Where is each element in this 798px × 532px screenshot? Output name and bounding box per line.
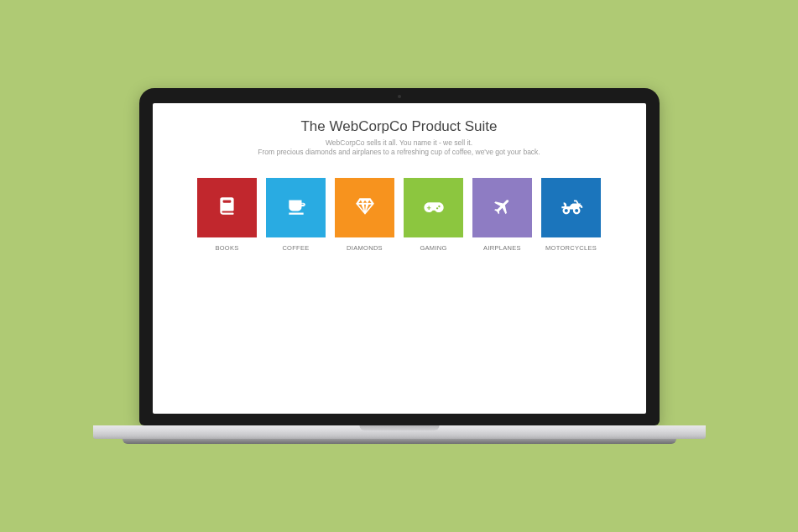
motorcycle-icon [560,195,583,222]
tile-item-coffee: COFFEE [266,178,326,252]
tile-motorcycles[interactable] [541,178,601,237]
tile-airplanes[interactable] [472,178,532,237]
tile-label: COFFEE [282,244,309,252]
laptop-lid: The WebCorpCo Product Suite WebCorpCo se… [139,88,660,425]
coffee-icon [285,196,307,221]
airplane-icon [493,196,513,220]
tile-diamonds[interactable] [335,178,394,237]
page-title: The WebCorpCo Product Suite [170,118,629,135]
product-tiles: BOOKS COFFEE [170,178,629,252]
tile-coffee[interactable] [266,178,326,237]
tile-books[interactable] [197,178,257,237]
page-subtitle-2: From precious diamonds and airplanes to … [170,148,629,156]
tile-label: MOTORCYCLES [545,244,597,252]
tile-gaming[interactable] [404,178,463,237]
tile-item-books: BOOKS [197,178,257,252]
laptop-mockup: The WebCorpCo Product Suite WebCorpCo se… [139,88,660,444]
laptop-base-bottom [123,439,676,444]
book-icon [216,196,238,221]
page-subtitle-1: WebCorpCo sells it all. You name it - we… [170,138,629,147]
tile-item-gaming: GAMING [404,178,463,252]
laptop-screen: The WebCorpCo Product Suite WebCorpCo se… [153,103,646,414]
tile-item-diamonds: DIAMONDS [335,178,394,252]
laptop-trackpad-notch [359,425,439,430]
tile-label: GAMING [420,244,446,252]
tile-label: BOOKS [215,244,238,252]
gamepad-icon [422,195,446,222]
page-content: The WebCorpCo Product Suite WebCorpCo se… [153,103,646,267]
laptop-base-top [93,425,706,439]
laptop-base [93,425,706,444]
tile-item-motorcycles: MOTORCYCLES [541,178,601,252]
diamond-icon [354,196,376,221]
tile-item-airplanes: AIRPLANES [472,178,532,252]
laptop-camera [398,95,401,98]
tile-label: DIAMONDS [347,244,383,252]
tile-label: AIRPLANES [483,244,521,252]
